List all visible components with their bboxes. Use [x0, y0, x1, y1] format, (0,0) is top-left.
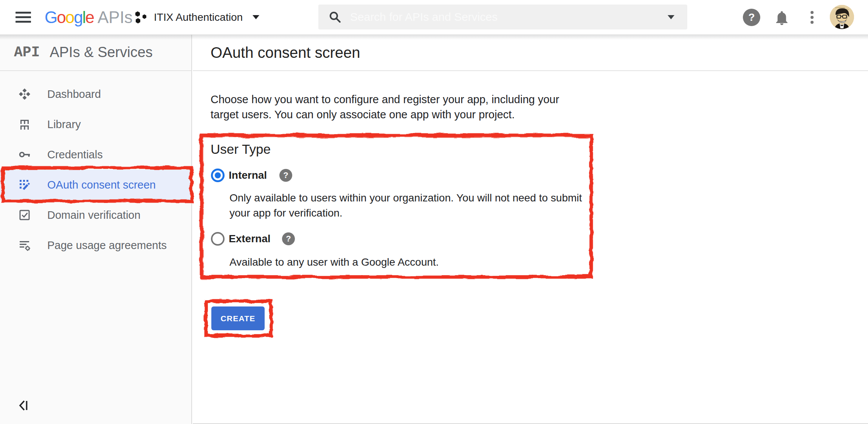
vertical-dots-icon — [811, 11, 814, 24]
search-bar — [318, 5, 687, 29]
intro-text: Choose how you want to configure and reg… — [211, 92, 589, 122]
key-icon — [18, 148, 31, 161]
internal-radio[interactable] — [211, 169, 225, 182]
help-button[interactable]: ? — [743, 0, 760, 34]
notifications-button[interactable] — [773, 0, 790, 34]
help-icon: ? — [743, 9, 760, 26]
app-bar: Google APIs ITIX Authentication ? — [0, 0, 868, 35]
sidebar-item-oauth-consent-screen[interactable]: OAuth consent screen — [0, 170, 191, 200]
avatar-caricature — [830, 5, 854, 29]
external-help-icon[interactable]: ? — [282, 232, 295, 245]
sidebar-item-domain-verification[interactable]: Domain verification — [0, 200, 191, 230]
project-selector[interactable]: ITIX Authentication — [134, 0, 259, 34]
external-label: External — [229, 232, 271, 246]
sidebar-item-page-usage-agreements[interactable]: Page usage agreements — [0, 230, 191, 260]
sidebar: API APIs & Services Dashboard — [0, 34, 192, 424]
google-apis-logo[interactable]: Google APIs — [45, 0, 133, 34]
create-button[interactable]: CREATE — [211, 306, 265, 330]
project-icon — [134, 10, 149, 25]
page-title: OAuth consent screen — [211, 34, 360, 71]
sidebar-item-library[interactable]: Library — [0, 109, 191, 139]
domain-verification-icon — [18, 209, 31, 221]
internal-description: Only available to users within your orga… — [229, 190, 589, 221]
page-header: OAuth consent screen — [193, 34, 868, 71]
gcp-console-window: Google APIs ITIX Authentication ? — [0, 0, 868, 424]
consent-screen-icon — [18, 178, 31, 191]
project-caret-icon — [253, 15, 259, 19]
page-usage-icon — [18, 239, 31, 252]
account-avatar[interactable] — [830, 5, 854, 29]
main-content: OAuth consent screen Choose how you want… — [193, 34, 868, 424]
sidebar-title: APIs & Services — [50, 44, 152, 60]
external-radio[interactable] — [211, 232, 225, 246]
sidebar-nav: Dashboard Library — [0, 71, 191, 260]
library-icon — [18, 118, 31, 131]
more-options-button[interactable] — [804, 0, 820, 34]
dashboard-icon — [18, 88, 31, 101]
sidebar-item-dashboard[interactable]: Dashboard — [0, 79, 191, 109]
search-dropdown-caret-icon[interactable] — [668, 15, 674, 19]
api-product-logo: API — [14, 44, 40, 60]
internal-label: Internal — [229, 169, 267, 182]
sidebar-header: API APIs & Services — [0, 34, 191, 71]
hamburger-menu-icon[interactable] — [16, 12, 31, 23]
project-name: ITIX Authentication — [154, 11, 243, 23]
user-type-heading: User Type — [211, 142, 271, 157]
apis-logo-text: APIs — [98, 8, 133, 27]
external-description: Available to any user with a Google Acco… — [229, 255, 589, 270]
google-logo-text: Google — [45, 8, 94, 27]
search-input[interactable] — [342, 6, 668, 28]
search-icon — [328, 10, 342, 24]
internal-help-icon[interactable]: ? — [279, 169, 292, 182]
collapse-sidebar-button[interactable] — [17, 399, 29, 412]
sidebar-item-credentials[interactable]: Credentials — [0, 139, 191, 170]
collapse-chevron-icon — [17, 399, 29, 412]
bell-icon — [773, 9, 790, 26]
